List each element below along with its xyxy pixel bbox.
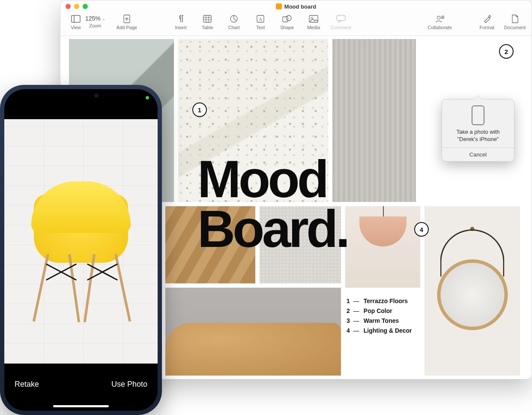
document-label: Document — [504, 25, 526, 30]
table-label: Table — [202, 25, 213, 30]
legend-number: 4 — [347, 326, 350, 336]
iphone-screen: Retake Use Photo — [4, 89, 158, 411]
camera-bottom-bar: Retake Use Photo — [4, 364, 158, 411]
collaborate-icon — [435, 14, 445, 24]
text-icon: A — [256, 14, 265, 24]
annotation-bubble-1[interactable]: 1 — [192, 102, 207, 117]
add-page-label: Add Page — [117, 25, 137, 30]
svg-rect-5 — [203, 15, 211, 22]
svg-point-18 — [437, 16, 440, 19]
chart-label: Chart — [228, 25, 240, 30]
moodboard-image[interactable] — [165, 288, 341, 376]
phone-icon — [472, 105, 484, 125]
legend-number: 2 — [347, 306, 350, 316]
table-icon — [203, 14, 212, 24]
shape-label: Shape — [280, 25, 294, 30]
media-icon — [309, 14, 318, 24]
svg-rect-17 — [337, 15, 345, 21]
legend-label: Lighting & Decor — [364, 326, 412, 336]
zoom-button[interactable]: 125% ⌄ Zoom — [85, 14, 105, 28]
legend-label: Terrazzo Floors — [364, 296, 408, 306]
use-photo-button[interactable]: Use Photo — [111, 380, 147, 389]
text-label: Text — [256, 25, 265, 30]
svg-point-22 — [489, 15, 490, 17]
window-titlebar[interactable]: Mood board — [60, 0, 532, 12]
zoom-value: 125% — [85, 15, 101, 22]
view-button[interactable]: View — [66, 14, 85, 30]
legend-number: 3 — [347, 316, 350, 326]
toolbar: View 125% ⌄ Zoom Add Page Insert — [60, 12, 532, 36]
add-page-button[interactable]: Add Page — [117, 14, 137, 30]
home-indicator[interactable] — [53, 405, 109, 407]
zoom-label: Zoom — [89, 23, 101, 28]
legend-number: 1 — [347, 296, 350, 306]
continuity-camera-popover: Take a photo with "Derek's iPhone" Cance… — [442, 99, 514, 162]
camera-preview — [4, 119, 158, 364]
captured-photo — [25, 177, 137, 323]
collaborate-button[interactable]: Collaborate — [428, 14, 452, 30]
annotation-bubble-4[interactable]: 4 — [414, 222, 429, 237]
title-line1: Mood — [197, 155, 347, 204]
text-button[interactable]: A Text — [251, 14, 270, 30]
legend[interactable]: 1—Terrazzo Floors 2—Pop Color 3—Warm Ton… — [347, 296, 412, 336]
chart-icon — [229, 14, 239, 24]
document-button[interactable]: Document — [504, 14, 526, 30]
format-label: Format — [479, 25, 494, 30]
view-label: View — [71, 25, 81, 30]
media-button[interactable]: Media — [304, 14, 323, 30]
media-label: Media — [307, 25, 320, 30]
comment-icon — [336, 14, 346, 24]
legend-dash: — — [353, 306, 360, 316]
legend-dash: — — [353, 316, 360, 326]
svg-rect-0 — [72, 15, 80, 22]
table-button[interactable]: Table — [198, 14, 217, 30]
iphone-notch — [49, 89, 113, 102]
collaborate-label: Collaborate — [428, 25, 452, 30]
iphone-device: Retake Use Photo — [0, 85, 162, 415]
window-title: Mood board — [284, 3, 316, 10]
svg-text:A: A — [259, 16, 263, 22]
comment-button: Comment — [331, 14, 351, 30]
svg-rect-13 — [283, 17, 288, 22]
svg-point-14 — [286, 15, 291, 21]
retake-button[interactable]: Retake — [15, 380, 39, 389]
insert-button[interactable]: Insert — [171, 14, 190, 30]
sidebar-icon — [71, 14, 81, 24]
page-title[interactable]: Mood Board. — [197, 155, 347, 254]
title-line2: Board. — [197, 204, 347, 254]
chart-button[interactable]: Chart — [224, 14, 243, 30]
cancel-button[interactable]: Cancel — [442, 147, 514, 161]
legend-dash: — — [353, 296, 360, 306]
comment-label: Comment — [331, 25, 351, 30]
popover-text: Take a photo with "Derek's iPhone" — [442, 129, 514, 147]
annotation-bubble-2[interactable]: 2 — [499, 44, 514, 59]
legend-label: Pop Color — [364, 306, 392, 316]
chevron-down-icon: ⌄ — [102, 16, 105, 21]
legend-label: Warm Tones — [364, 316, 399, 326]
document-panel-icon — [510, 14, 520, 24]
shape-icon — [282, 14, 292, 24]
document-icon — [276, 3, 282, 9]
format-icon — [482, 14, 492, 24]
camera-active-indicator — [146, 96, 149, 99]
moodboard-image[interactable] — [424, 206, 520, 376]
legend-dash: — — [353, 326, 360, 336]
insert-label: Insert — [175, 25, 187, 30]
pilcrow-icon — [176, 14, 185, 24]
moodboard-image[interactable] — [345, 206, 420, 288]
add-page-icon — [122, 14, 132, 24]
format-button[interactable]: Format — [478, 14, 496, 30]
shape-button[interactable]: Shape — [278, 14, 296, 30]
svg-point-16 — [311, 17, 313, 19]
